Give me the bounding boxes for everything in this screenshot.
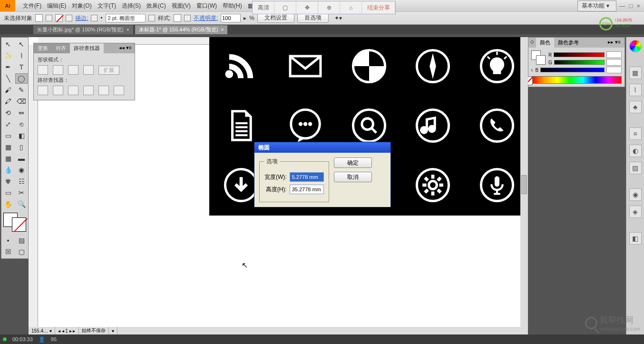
opacity-link[interactable]: 不透明度: [194,14,218,22]
graph-tool-icon[interactable]: ▯ [15,142,28,152]
blob-brush-icon[interactable]: 🖍 [2,96,14,107]
tab-pathfinder[interactable]: 路径查找器 [70,43,104,53]
free-transform-icon[interactable]: ▭ [2,130,14,141]
doc-tab-2[interactable]: 未标题-1* @ 155.44% (RGB/预览)× [135,25,228,34]
color-swatch-pair[interactable] [531,50,546,65]
horizontal-scrollbar[interactable]: 155.4… ▾ ◂ ◂ 1 ▸ ▸ 始终不保存 ▾ [29,327,528,334]
rotate-tool-icon[interactable]: ⟲ [2,108,14,118]
b-input[interactable] [606,67,622,73]
doc-tab-1[interactable]: 矢量小图标.jpg* @ 100% (RGB/预览)× [33,25,133,34]
transparency-icon[interactable]: ▨ [629,162,642,174]
menu-select[interactable]: 选择(S) [119,2,144,10]
stroke-dd[interactable] [66,15,72,21]
menu-window[interactable]: 窗口(W) [194,2,220,10]
blend-tool-icon[interactable]: ◉ [15,165,28,175]
spectrum-bar[interactable] [531,76,622,84]
close-tab-icon[interactable]: × [127,27,129,32]
layers-icon[interactable]: ◧ [629,232,642,245]
minus-front-icon[interactable] [53,65,63,75]
doc-setup-button[interactable]: 文档设置 [257,13,294,23]
stroke-link[interactable]: 描边: [75,14,88,22]
lasso-tool-icon[interactable]: ⌇ [15,50,28,61]
scale-tool-icon[interactable]: ⤢ [2,119,14,129]
menu-effect[interactable]: 效果(C) [144,2,169,10]
screen-mode-icon[interactable]: ▢ [15,246,28,257]
cancel-button[interactable]: 取消 [334,172,372,182]
shape-builder-icon[interactable]: ◧ [15,130,28,141]
opacity-input[interactable] [221,14,241,22]
menu-edit[interactable]: 编辑(E) [44,2,69,10]
b-slider[interactable] [540,68,605,72]
minus-back-icon[interactable] [114,86,124,95]
share-zoom-icon[interactable]: ⊕ [318,1,340,14]
share-region-icon[interactable]: ▢ [274,1,296,14]
close-icon[interactable]: × [636,2,640,10]
share-home-icon[interactable]: ⌂ [340,1,362,14]
tab-transform[interactable]: 变换 [34,43,52,53]
vertical-scrollbar[interactable] [520,37,528,327]
r-input[interactable] [606,51,622,58]
ok-button[interactable]: 确定 [334,157,372,168]
trim-icon[interactable] [53,86,63,95]
minimize-icon[interactable]: — [619,2,625,10]
g-slider[interactable] [554,60,605,65]
stroke-profile[interactable]: 2 pt. 椭圆形 [106,14,146,22]
symbols-icon[interactable]: ♣ [629,101,642,113]
align-icon[interactable]: ✦▾ [334,15,342,21]
eyedropper-icon[interactable]: 💧 [2,165,14,175]
share-hd[interactable]: 高清 [253,1,274,14]
style-swatch[interactable] [174,14,181,22]
workspace-dropdown[interactable]: 基本功能 ▾ [577,0,616,11]
dialog-title[interactable]: 椭圆 [254,142,390,153]
artboard-tool-icon[interactable]: ▭ [2,187,14,198]
slice-tool-icon[interactable]: ✂ [15,187,28,198]
divide-icon[interactable] [38,86,48,95]
close-tab-icon[interactable]: × [221,27,224,32]
tab-color[interactable]: 颜色 [536,38,554,48]
r-slider[interactable] [554,52,605,57]
type-tool-icon[interactable]: T [15,62,28,72]
stroke-panel-icon[interactable]: ≡ [629,128,642,140]
g-input[interactable] [606,59,622,66]
gradient-tool-icon[interactable]: ▬ [15,153,28,164]
prefs-button[interactable]: 首选项 [297,13,329,23]
width-tool-icon[interactable]: ⎋ [15,119,28,129]
exclude-icon[interactable] [83,65,94,75]
fill-stroke-box[interactable] [2,212,27,233]
direct-select-tool-icon[interactable]: ↖ [15,39,28,49]
appearance-icon[interactable]: ◉ [629,188,642,201]
menu-view[interactable]: 视图(V) [169,2,194,10]
hand-tool-icon[interactable]: ✋ [2,199,14,209]
menu-object[interactable]: 对象(O) [69,2,94,10]
eraser-tool-icon[interactable]: ⌫ [15,96,28,107]
zoom-tool-icon[interactable]: 🔍 [15,199,28,209]
outline-icon[interactable] [98,86,109,95]
share-end[interactable]: 结束分享 [362,1,395,14]
color-mode-icon[interactable]: ▪ [2,235,14,246]
pen-tool-icon[interactable]: ✒ [2,62,14,72]
reflect-tool-icon[interactable]: ⇔ [15,108,28,118]
menu-type[interactable]: 文字(T) [95,2,119,10]
fill-swatch[interactable] [35,14,43,22]
zoom-field[interactable]: 155.4… ▾ [29,327,55,334]
menu-help[interactable]: 帮助(H) [220,2,245,10]
color-wheel-icon[interactable] [629,40,642,52]
column-graph-icon[interactable]: ☷ [15,176,28,187]
unite-icon[interactable] [38,65,48,75]
pencil-tool-icon[interactable]: ✎ [15,85,28,95]
graphic-styles-icon[interactable]: ◈ [629,206,642,218]
none-mode-icon[interactable]: ☒ [2,246,14,257]
panel-menu-icon[interactable]: ◂◂ ▾≡ [116,43,135,53]
line-tool-icon[interactable]: ╲ [2,73,14,84]
brushes-icon[interactable]: ⌇ [629,84,642,96]
intersect-icon[interactable] [68,65,78,75]
paintbrush-icon[interactable]: 🖌 [2,85,14,95]
menu-file[interactable]: 文件(F) [20,2,44,10]
tab-color-guide[interactable]: 颜色参考 [554,38,583,48]
style-dd[interactable] [184,15,191,21]
share-move-icon[interactable]: ✥ [296,1,318,14]
fill-dd[interactable] [46,15,52,21]
merge-icon[interactable] [68,86,78,95]
magic-wand-icon[interactable]: ✨ [2,50,14,61]
gradient-panel-icon[interactable]: ◐ [629,145,642,157]
